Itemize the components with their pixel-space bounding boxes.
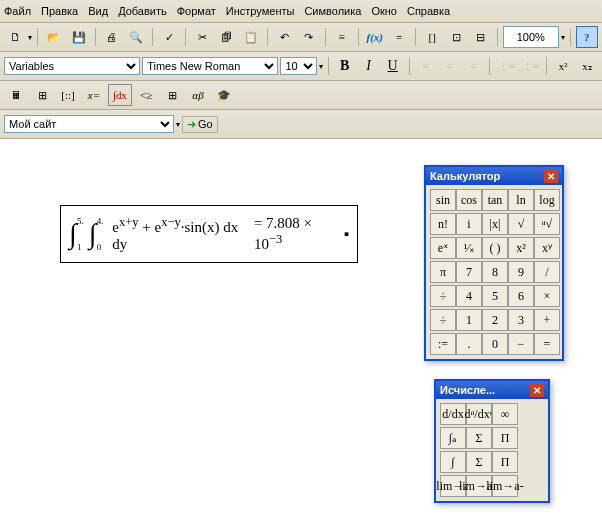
calc-icon[interactable]: 🖩 bbox=[4, 84, 28, 106]
calc-key[interactable]: π bbox=[430, 261, 456, 283]
calculus-key[interactable]: Σ bbox=[466, 451, 492, 473]
close-icon[interactable]: ✕ bbox=[530, 383, 544, 397]
eval-btn[interactable]: = bbox=[388, 26, 410, 48]
matrix-icon[interactable]: [::] bbox=[56, 84, 80, 106]
calc-key[interactable]: 3 bbox=[508, 309, 534, 331]
go-btn[interactable]: ➜Go bbox=[182, 116, 218, 133]
calculus-panel[interactable]: Исчисле...✕ d/dxdⁿ/dxⁿ∞∫ₐΣΠ∫ΣΠlim→alim→a… bbox=[434, 379, 550, 503]
calc-key[interactable]: sin bbox=[430, 189, 456, 211]
bold-btn[interactable]: B bbox=[334, 55, 356, 77]
calc-key[interactable]: xʸ bbox=[534, 237, 560, 259]
menu-window[interactable]: Окно bbox=[371, 5, 397, 17]
sup-btn[interactable]: x² bbox=[552, 55, 574, 77]
sub-btn[interactable]: x₂ bbox=[576, 55, 598, 77]
size-select[interactable]: 10 bbox=[280, 57, 316, 75]
brackets3-btn[interactable]: ⊟ bbox=[470, 26, 492, 48]
calculus-key[interactable]: dⁿ/dxⁿ bbox=[466, 403, 492, 425]
close-icon[interactable]: ✕ bbox=[544, 169, 558, 183]
calc-key[interactable]: × bbox=[534, 285, 560, 307]
calc-key[interactable]: ÷ bbox=[430, 309, 456, 331]
calc-key[interactable]: ln bbox=[508, 189, 534, 211]
print-btn[interactable]: 🖨 bbox=[101, 26, 123, 48]
calc-key[interactable]: 9 bbox=[508, 261, 534, 283]
calc-key[interactable]: := bbox=[430, 333, 456, 355]
calc-key[interactable]: 8 bbox=[482, 261, 508, 283]
copy-btn[interactable]: 🗐 bbox=[216, 26, 238, 48]
brackets-btn[interactable]: [] bbox=[421, 26, 443, 48]
calc-key[interactable]: ¹⁄ₓ bbox=[456, 237, 482, 259]
calculus-key[interactable]: ∫ bbox=[440, 451, 466, 473]
calc-key[interactable]: / bbox=[534, 261, 560, 283]
calc-key[interactable]: . bbox=[456, 333, 482, 355]
calc-key[interactable]: − bbox=[508, 333, 534, 355]
help-btn[interactable]: ? bbox=[576, 26, 598, 48]
calc-key[interactable]: n! bbox=[430, 213, 456, 235]
calc-key[interactable]: 7 bbox=[456, 261, 482, 283]
calc-key[interactable]: eˣ bbox=[430, 237, 456, 259]
calc-key[interactable]: 1 bbox=[456, 309, 482, 331]
spell-btn[interactable]: ✓ bbox=[158, 26, 180, 48]
calc-key[interactable]: 2 bbox=[482, 309, 508, 331]
menu-view[interactable]: Вид bbox=[88, 5, 108, 17]
al2: ≡ bbox=[438, 55, 460, 77]
calculus-key[interactable]: Π bbox=[492, 427, 518, 449]
align-btn[interactable]: ≡ bbox=[330, 26, 352, 48]
calc-key[interactable]: cos bbox=[456, 189, 482, 211]
calc-key[interactable]: 6 bbox=[508, 285, 534, 307]
greek-icon[interactable]: αβ bbox=[186, 84, 210, 106]
italic-btn[interactable]: I bbox=[358, 55, 380, 77]
prog-icon[interactable]: ⊞ bbox=[160, 84, 184, 106]
menu-format[interactable]: Формат bbox=[177, 5, 216, 17]
calc-key[interactable]: 5 bbox=[482, 285, 508, 307]
calculator-panel[interactable]: Калькулятор✕ sincostanlnlogn!i|x|√ⁿ√eˣ¹⁄… bbox=[424, 165, 564, 361]
calc-key[interactable]: tan bbox=[482, 189, 508, 211]
zoom-input[interactable] bbox=[503, 26, 559, 48]
ineq-icon[interactable]: <≥ bbox=[134, 84, 158, 106]
menu-help[interactable]: Справка bbox=[407, 5, 450, 17]
menu-file[interactable]: Файл bbox=[4, 5, 31, 17]
int-icon[interactable]: ∫dx bbox=[108, 84, 132, 106]
web-toolbar: Мой сайт ▾ ➜Go bbox=[0, 110, 602, 139]
menu-edit[interactable]: Правка bbox=[41, 5, 78, 17]
calc-key[interactable]: |x| bbox=[482, 213, 508, 235]
math-region[interactable]: ∫ 5. 1 ∫ 4. 0 ex+y + ex−y·sin(x) dx dy =… bbox=[60, 205, 358, 263]
style-select[interactable]: Variables bbox=[4, 57, 140, 75]
calculus-key[interactable]: Σ bbox=[466, 427, 492, 449]
graph-icon[interactable]: ⊞ bbox=[30, 84, 54, 106]
calc-key[interactable]: ÷ bbox=[430, 285, 456, 307]
cap-icon[interactable]: 🎓 bbox=[212, 84, 236, 106]
font-select[interactable]: Times New Roman bbox=[142, 57, 278, 75]
preview-btn[interactable]: 🔍 bbox=[125, 26, 147, 48]
calc-key[interactable]: ( ) bbox=[482, 237, 508, 259]
undo-btn[interactable]: ↶ bbox=[273, 26, 295, 48]
document-area[interactable]: ∫ 5. 1 ∫ 4. 0 ex+y + ex−y·sin(x) dx dy =… bbox=[0, 139, 602, 523]
menu-symbols[interactable]: Символика bbox=[304, 5, 361, 17]
redo-btn[interactable]: ↷ bbox=[297, 26, 319, 48]
calculus-key[interactable]: ∫ₐ bbox=[440, 427, 466, 449]
calc-key[interactable]: x² bbox=[508, 237, 534, 259]
calculus-key[interactable]: Π bbox=[492, 451, 518, 473]
underline-btn[interactable]: U bbox=[382, 55, 404, 77]
brackets2-btn[interactable]: ⊡ bbox=[445, 26, 467, 48]
calc-key[interactable]: 4 bbox=[456, 285, 482, 307]
open-btn[interactable]: 📂 bbox=[43, 26, 65, 48]
fx-btn[interactable]: f(x) bbox=[364, 26, 386, 48]
site-select[interactable]: Мой сайт bbox=[4, 115, 174, 133]
xeq-icon[interactable]: x= bbox=[82, 84, 106, 106]
save-btn[interactable]: 💾 bbox=[67, 26, 89, 48]
paste-btn[interactable]: 📋 bbox=[240, 26, 262, 48]
calc-key[interactable]: i bbox=[456, 213, 482, 235]
calc-key[interactable]: log bbox=[534, 189, 560, 211]
calc-key[interactable]: ⁿ√ bbox=[534, 213, 560, 235]
calc-key[interactable]: = bbox=[534, 333, 560, 355]
calculus-key[interactable]: d/dx bbox=[440, 403, 466, 425]
calc-key[interactable]: + bbox=[534, 309, 560, 331]
cut-btn[interactable]: ✂ bbox=[191, 26, 213, 48]
menu-insert[interactable]: Добавить bbox=[118, 5, 167, 17]
calculus-key[interactable]: ∞ bbox=[492, 403, 518, 425]
calculus-key[interactable]: lim→a- bbox=[492, 475, 518, 497]
calc-key[interactable]: 0 bbox=[482, 333, 508, 355]
menu-tools[interactable]: Инструменты bbox=[226, 5, 295, 17]
new-btn[interactable]: 🗋 bbox=[4, 26, 26, 48]
calc-key[interactable]: √ bbox=[508, 213, 534, 235]
